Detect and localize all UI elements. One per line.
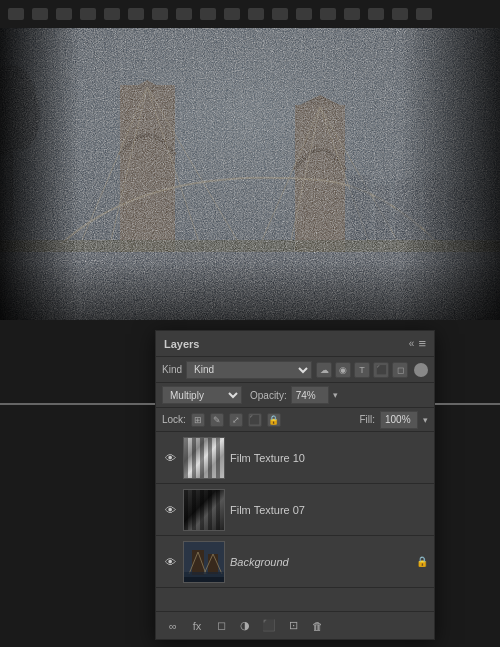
film-hole (200, 8, 216, 20)
film-hole (248, 8, 264, 20)
blend-mode-select[interactable]: Multiply Normal Screen Overlay (162, 386, 242, 404)
film-hole (368, 8, 384, 20)
film-hole (80, 8, 96, 20)
filter-pixel-icon[interactable]: ☁ (316, 362, 332, 378)
film-hole (8, 8, 24, 20)
film-hole (128, 8, 144, 20)
layer-row[interactable]: 👁 Film Texture 07 (156, 484, 434, 536)
connector-line-right (435, 403, 500, 405)
panel-controls: « ≡ (409, 336, 426, 351)
svg-rect-33 (208, 554, 218, 574)
group-layers-icon[interactable]: ⬛ (260, 617, 278, 635)
adjustment-layer-icon[interactable]: ◑ (236, 617, 254, 635)
film-strip-top (0, 0, 500, 28)
lock-artboard-icon[interactable]: ⬛ (248, 413, 262, 427)
layers-list: 👁 Film Texture 10 👁 Film Texture 07 👁 (156, 432, 434, 588)
lock-row: Lock: ⊞ ✎ ⤢ ⬛ 🔒 Fill: ▾ (156, 408, 434, 432)
filter-adjustment-icon[interactable]: ◉ (335, 362, 351, 378)
link-layers-icon[interactable]: ∞ (164, 617, 182, 635)
film-hole (56, 8, 72, 20)
layer-visibility-toggle[interactable]: 👁 (162, 554, 178, 570)
film-hole (344, 8, 360, 20)
filter-row: Kind Kind ☁ ◉ T ⬛ ◻ (156, 357, 434, 383)
panel-title: Layers (164, 338, 199, 350)
film-hole (272, 8, 288, 20)
fill-arrow: ▾ (423, 415, 428, 425)
vignette-bottom (0, 260, 500, 320)
layer-name: Film Texture 10 (230, 452, 428, 464)
filter-select[interactable]: Kind (186, 361, 312, 379)
film-hole (32, 8, 48, 20)
lock-move-icon[interactable]: ⤢ (229, 413, 243, 427)
filter-smart-icon[interactable]: ◻ (392, 362, 408, 378)
opacity-label: Opacity: (250, 390, 287, 401)
lock-label: Lock: (162, 414, 186, 425)
add-mask-icon[interactable]: ◻ (212, 617, 230, 635)
lock-paint-icon[interactable]: ✎ (210, 413, 224, 427)
layer-thumbnail (183, 541, 225, 583)
film-hole (224, 8, 240, 20)
filter-icons: ☁ ◉ T ⬛ ◻ (316, 362, 408, 378)
film-hole (392, 8, 408, 20)
layers-panel: Layers « ≡ Kind Kind ☁ ◉ T ⬛ ◻ Multiply … (155, 330, 435, 640)
film-hole (416, 8, 432, 20)
collapse-button[interactable]: « (409, 338, 415, 349)
film-hole (296, 8, 312, 20)
filter-type-icon[interactable]: T (354, 362, 370, 378)
delete-layer-icon[interactable]: 🗑 (308, 617, 326, 635)
panel-menu-button[interactable]: ≡ (418, 336, 426, 351)
new-layer-icon[interactable]: ⊡ (284, 617, 302, 635)
svg-rect-38 (184, 572, 225, 577)
film-hole (152, 8, 168, 20)
layer-thumbnail (183, 437, 225, 479)
layer-lock-icon: 🔒 (416, 556, 428, 567)
film-hole (104, 8, 120, 20)
layer-row[interactable]: 👁 Film Texture 10 (156, 432, 434, 484)
film-hole (176, 8, 192, 20)
layer-fx-icon[interactable]: fx (188, 617, 206, 635)
layer-visibility-toggle[interactable]: 👁 (162, 450, 178, 466)
layer-thumbnail (183, 489, 225, 531)
connector-line-left (0, 403, 155, 405)
film-hole (320, 8, 336, 20)
blend-row: Multiply Normal Screen Overlay Opacity: … (156, 383, 434, 408)
layer-name: Film Texture 07 (230, 504, 428, 516)
svg-rect-39 (184, 577, 225, 583)
panel-header: Layers « ≡ (156, 331, 434, 357)
lock-checkerboard-icon[interactable]: ⊞ (191, 413, 205, 427)
filter-shape-icon[interactable]: ⬛ (373, 362, 389, 378)
layer-row[interactable]: 👁 Background 🔒 (156, 536, 434, 588)
fill-label: Fill: (359, 414, 375, 425)
fill-input[interactable] (380, 411, 418, 429)
opacity-arrow: ▾ (333, 390, 338, 400)
layer-visibility-toggle[interactable]: 👁 (162, 502, 178, 518)
canvas-preview (0, 0, 500, 320)
filter-label: Kind (162, 364, 182, 375)
layer-name: Background (230, 556, 411, 568)
layers-bottom-toolbar: ∞ fx ◻ ◑ ⬛ ⊡ 🗑 (156, 611, 434, 639)
filter-toggle[interactable] (414, 363, 428, 377)
lock-all-icon[interactable]: 🔒 (267, 413, 281, 427)
opacity-input[interactable] (291, 386, 329, 404)
